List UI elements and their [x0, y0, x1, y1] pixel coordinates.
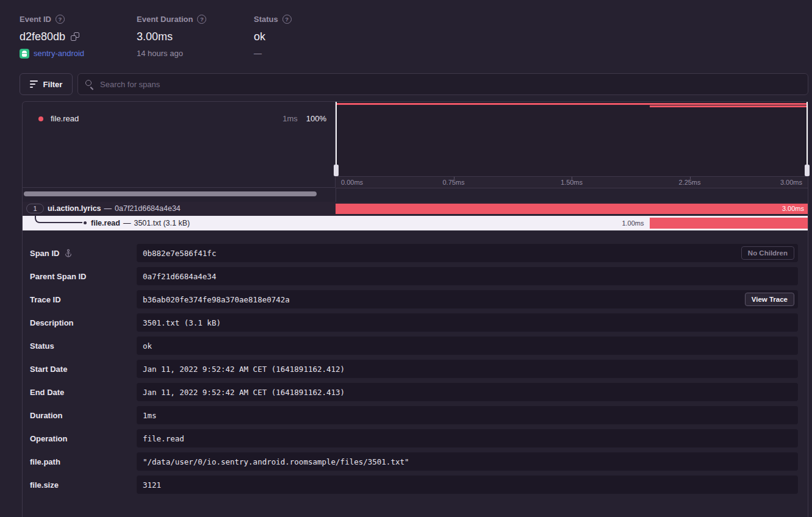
- detail-label: Description: [30, 318, 74, 327]
- status-value: ok: [254, 30, 265, 43]
- operation-percent: 100%: [306, 114, 326, 123]
- tree-connector-dot: [84, 221, 87, 224]
- span-bar-duration: 1.00ms: [622, 216, 644, 230]
- span-description: 3501.txt (3.1 kB): [134, 219, 190, 227]
- detail-row-file-size: file.size 3121: [23, 473, 808, 496]
- detail-row-file-path: file.path "/data/user/0/io.sentry.androi…: [23, 450, 808, 473]
- android-platform-icon: [20, 49, 29, 59]
- detail-label: Start Date: [30, 365, 67, 374]
- detail-label: Parent Span ID: [30, 272, 86, 281]
- detail-label: Duration: [30, 411, 62, 420]
- detail-label: Span ID: [30, 249, 59, 258]
- minimap-span-child: [650, 105, 808, 107]
- detail-label: Trace ID: [30, 295, 61, 304]
- detail-value: ok: [137, 337, 798, 355]
- event-duration-column: Event Duration ? 3.00ms 14 hours ago: [137, 13, 206, 59]
- help-icon[interactable]: ?: [197, 15, 206, 24]
- operation-duration: 1ms: [282, 114, 298, 123]
- detail-value: 3121: [137, 476, 798, 494]
- copy-icon[interactable]: [71, 32, 79, 41]
- detail-label: file.size: [30, 480, 59, 490]
- axis-tick: 3.00ms: [780, 177, 802, 188]
- span-operation: ui.action.lyrics: [48, 204, 101, 213]
- span-row-child-selected[interactable]: file.read—3501.txt (3.1 kB) 1.00ms: [23, 216, 808, 230]
- event-id-value: d2fe80db: [20, 30, 65, 43]
- detail-row-end-date: End Date Jan 11, 2022 9:52:42 AM CET (16…: [23, 380, 808, 404]
- view-trace-button[interactable]: View Trace: [745, 293, 794, 306]
- filter-button[interactable]: Filter: [20, 73, 73, 95]
- detail-label: file.path: [30, 457, 60, 466]
- operation-legend-row[interactable]: file.read 1ms 100%: [23, 102, 335, 123]
- detail-row-operation: Operation file.read: [23, 427, 808, 450]
- viewport-handle-right[interactable]: [807, 102, 808, 176]
- anchor-icon[interactable]: [64, 249, 73, 257]
- event-duration-value: 3.00ms: [137, 30, 173, 43]
- detail-value: 0a7f21d6684a4e34: [137, 267, 798, 285]
- help-icon[interactable]: ?: [56, 15, 65, 24]
- search-input[interactable]: [100, 80, 800, 89]
- detail-value: file.read: [137, 429, 798, 447]
- viewport-handle-left[interactable]: [336, 102, 337, 176]
- trace-view-panel: file.read 1ms 100% 0.00ms 0.75ms 1.50ms …: [22, 101, 808, 517]
- filter-icon: [30, 80, 38, 88]
- span-bar-parent[interactable]: 3.00ms: [336, 204, 808, 214]
- detail-label: Operation: [30, 434, 67, 443]
- span-operation: file.read: [91, 219, 120, 227]
- time-axis: 0.00ms 0.75ms 1.50ms 2.25ms 3.00ms: [336, 176, 808, 188]
- axis-tick: 2.25ms: [678, 177, 700, 188]
- detail-label: End Date: [30, 388, 64, 397]
- axis-tick: 0.75ms: [442, 177, 464, 188]
- minimap-span-parent: [336, 103, 808, 105]
- detail-row-start-date: Start Date Jan 11, 2022 9:52:42 AM CET (…: [23, 357, 808, 380]
- scrollbar-thumb[interactable]: [24, 191, 317, 196]
- axis-tick: 1.50ms: [561, 177, 583, 188]
- axis-tick: 0.00ms: [341, 177, 363, 188]
- event-id-column: Event ID ? d2fe80db sentry-android: [20, 13, 84, 59]
- detail-row-trace-id: Trace ID b36ab020fe374fe98a370ae818e0742…: [23, 288, 808, 311]
- span-details-table: Span ID 0b882e7e586f41fc No Children Par…: [23, 230, 808, 496]
- span-row-parent[interactable]: 1 ui.action.lyrics—0a7f21d6684a4e34 3.00…: [23, 202, 808, 216]
- event-duration-label: Event Duration: [137, 15, 193, 24]
- detail-value: Jan 11, 2022 9:52:42 AM CET (1641891162.…: [137, 383, 798, 401]
- column-divider: [336, 188, 336, 202]
- event-age: 14 hours ago: [137, 49, 183, 58]
- detail-label: Status: [30, 341, 54, 351]
- detail-row-duration: Duration 1ms: [23, 404, 808, 427]
- status-sub: —: [254, 49, 262, 58]
- status-label: Status: [254, 15, 278, 24]
- tree-connector: [35, 215, 82, 223]
- search-icon: [85, 80, 95, 89]
- trace-minimap[interactable]: [336, 102, 808, 176]
- detail-row-parent-span-id: Parent Span ID 0a7f21d6684a4e34: [23, 265, 808, 288]
- span-id-short: 0a7f21d6684a4e34: [115, 204, 181, 213]
- detail-value: 0b882e7e586f41fc No Children: [137, 244, 798, 262]
- project-link[interactable]: sentry-android: [34, 49, 84, 58]
- filter-button-label: Filter: [43, 80, 63, 89]
- detail-value: 1ms: [137, 406, 798, 424]
- detail-value: Jan 11, 2022 9:52:42 AM CET (1641891162.…: [137, 360, 798, 378]
- detail-row-status: Status ok: [23, 334, 808, 357]
- operation-name: file.read: [51, 114, 79, 123]
- span-bar-child[interactable]: [650, 218, 808, 229]
- horizontal-scrollbar: [23, 188, 335, 202]
- no-children-button[interactable]: No Children: [741, 246, 794, 260]
- operation-color-dot: [38, 116, 43, 121]
- status-column: Status ? ok —: [254, 13, 292, 59]
- span-search-box: [77, 73, 808, 95]
- event-id-label: Event ID: [20, 15, 51, 24]
- detail-value: "/data/user/0/io.sentry.android.roomsamp…: [137, 452, 798, 471]
- operations-breakdown-panel: file.read 1ms 100%: [23, 102, 336, 188]
- detail-value: 3501.txt (3.1 kB): [137, 313, 798, 332]
- span-bar-duration: 3.00ms: [782, 204, 804, 214]
- help-icon[interactable]: ?: [282, 15, 292, 24]
- detail-row-description: Description 3501.txt (3.1 kB): [23, 311, 808, 334]
- detail-value: b36ab020fe374fe98a370ae818e0742a View Tr…: [137, 290, 798, 308]
- detail-row-span-id: Span ID 0b882e7e586f41fc No Children: [23, 241, 808, 265]
- span-detail-page: { "header": { "event_id": { "label": "Ev…: [0, 0, 812, 517]
- children-count-pill[interactable]: 1: [26, 204, 44, 213]
